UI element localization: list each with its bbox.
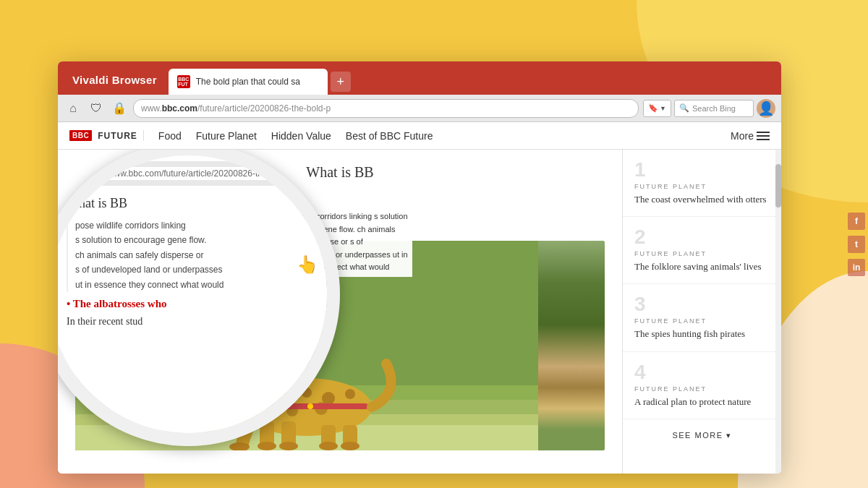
nav-more-area: More xyxy=(731,130,770,142)
hamburger-line-2 xyxy=(757,135,770,137)
social-icon-twitter[interactable]: t xyxy=(848,236,865,253)
hamburger-line-1 xyxy=(757,132,770,133)
sidebar-category-2: Future Planet xyxy=(634,250,770,257)
social-icon-linkedin[interactable]: in xyxy=(848,259,865,276)
tab-bar: Vivaldi Browser BBCFUT The bold plan tha… xyxy=(58,61,781,95)
bookmark-area[interactable]: 🔖 ▼ xyxy=(643,100,671,117)
mag-home-icon: ⌂ xyxy=(58,168,62,179)
url-path: /future/article/20200826-the-bold-p xyxy=(197,103,331,114)
search-icon: 🔍 xyxy=(679,103,689,113)
search-placeholder: Search Bing xyxy=(692,104,736,113)
hamburger-line-3 xyxy=(757,139,770,140)
sidebar-title-3: The spies hunting fish pirates xyxy=(634,328,770,341)
nav-item-more[interactable]: More xyxy=(731,130,754,142)
tab-favicon-text: BBCFUT xyxy=(178,77,189,87)
nav-item-future-planet[interactable]: Future Planet xyxy=(196,130,257,142)
svg-point-18 xyxy=(226,381,227,382)
article-content: ⌂ 🛡 🔒 www.bbc.com/future/article/2020082… xyxy=(58,150,622,474)
svg-point-40 xyxy=(307,403,313,409)
address-input[interactable]: www.bbc.com/future/article/20200826-the-… xyxy=(133,99,639,118)
svg-point-25 xyxy=(279,390,291,402)
bullet-text: The albatrosses who xyxy=(97,189,203,203)
svg-point-28 xyxy=(345,389,355,399)
address-bar: ⌂ 🛡 🔒 www.bbc.com/future/article/2020082… xyxy=(58,95,781,122)
see-more-button[interactable]: SEE MORE ▾ xyxy=(623,419,781,452)
scrollbar-thumb xyxy=(775,164,781,207)
active-tab[interactable]: BBCFUT The bold plan that could sa xyxy=(169,69,328,95)
article-what-is-bbc: What is BB xyxy=(75,164,605,181)
scrollbar[interactable] xyxy=(775,150,781,474)
url-scheme: www. xyxy=(141,103,162,114)
svg-point-38 xyxy=(341,442,359,450)
svg-point-36 xyxy=(279,442,298,450)
add-tab-button[interactable]: + xyxy=(331,72,351,92)
svg-point-41 xyxy=(225,372,229,377)
sidebar-title-4: A radical plan to protect nature xyxy=(634,395,770,408)
search-input[interactable]: 🔍 Search Bing xyxy=(674,100,754,117)
svg-point-35 xyxy=(258,442,276,450)
svg-point-26 xyxy=(302,388,312,398)
bbc-future-logo: BBC Future xyxy=(69,130,144,141)
svg-point-19 xyxy=(243,381,244,382)
svg-point-21 xyxy=(223,389,225,391)
vivaldi-label: Vivaldi Browser xyxy=(64,68,166,95)
bookmark-icon: 🔖 xyxy=(648,103,658,113)
sidebar-category-3: Future Planet xyxy=(634,317,770,325)
sidebar-number-4: 4 xyxy=(634,362,770,382)
shield-button[interactable]: 🛡 xyxy=(87,99,106,118)
nav-item-hidden-value[interactable]: Hidden Value xyxy=(271,130,331,142)
sidebar-item-3[interactable]: 3 Future Planet The spies hunting fish p… xyxy=(623,284,781,351)
overlay-paragraph-text: pose wildlife corridors linking s soluti… xyxy=(268,207,412,277)
svg-point-42 xyxy=(239,372,242,375)
social-strip: f t in xyxy=(845,207,868,282)
social-icon-facebook[interactable]: f xyxy=(848,213,865,230)
sidebar-item-2[interactable]: 2 Future Planet The folklore saving anim… xyxy=(623,217,781,284)
shield-icon: 🛡 xyxy=(90,102,102,115)
nav-item-food[interactable]: Food xyxy=(158,130,182,142)
sidebar-item-1[interactable]: 1 Future Planet The coast overwhelmed wi… xyxy=(623,150,781,217)
bbc-nav-bar: BBC Future Food Future Planet Hidden Val… xyxy=(58,122,781,150)
home-button[interactable]: ⌂ xyxy=(64,99,82,118)
sidebar-number-3: 3 xyxy=(634,294,770,314)
svg-point-37 xyxy=(319,442,338,450)
avatar-icon: 👤 xyxy=(758,100,774,116)
sidebar-category-4: Future Planet xyxy=(634,385,770,393)
sidebar-number-1: 1 xyxy=(634,160,770,180)
svg-point-23 xyxy=(244,389,247,391)
sidebar-column: 1 Future Planet The coast overwhelmed wi… xyxy=(622,150,781,474)
bbc-logo: BBC xyxy=(69,130,92,141)
nav-item-best-of[interactable]: Best of BBC Future xyxy=(346,130,433,142)
sidebar-item-4[interactable]: 4 Future Planet A radical plan to protec… xyxy=(623,352,781,419)
tab-title: The bold plan that could sa xyxy=(196,77,319,87)
svg-point-20 xyxy=(231,389,238,393)
future-text: Future xyxy=(98,131,137,141)
tab-favicon: BBCFUT xyxy=(177,75,190,88)
browser-window: Vivaldi Browser BBCFUT The bold plan tha… xyxy=(58,61,781,474)
svg-point-24 xyxy=(248,390,250,393)
home-icon: ⌂ xyxy=(69,102,77,115)
search-bar-right: 🔖 ▼ 🔍 Search Bing 👤 xyxy=(643,99,775,118)
svg-point-22 xyxy=(219,390,221,393)
user-avatar[interactable]: 👤 xyxy=(757,99,775,118)
content-area: ⌂ 🛡 🔒 www.bbc.com/future/article/2020082… xyxy=(58,150,781,474)
sidebar-title-1: The coast overwhelmed with otters xyxy=(634,193,770,206)
lock-button[interactable]: 🔒 xyxy=(110,99,129,118)
sidebar-title-2: The folklore saving animals' lives xyxy=(634,260,770,273)
hamburger-menu-icon[interactable] xyxy=(757,132,770,140)
article-bullet-item: The albatrosses who xyxy=(75,189,605,204)
lock-icon: 🔒 xyxy=(112,101,127,115)
sidebar-number-2: 2 xyxy=(634,227,770,247)
svg-point-43 xyxy=(231,375,234,378)
sidebar-category-1: Future Planet xyxy=(634,183,770,190)
url-domain: bbc.com xyxy=(162,103,197,114)
svg-point-17 xyxy=(241,380,245,385)
svg-point-16 xyxy=(224,380,228,385)
bookmark-dropdown-icon: ▼ xyxy=(660,105,666,112)
